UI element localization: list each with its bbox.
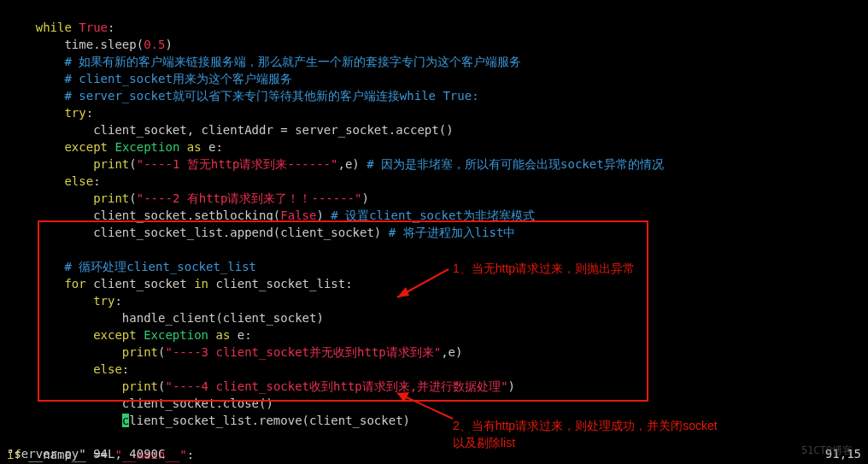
code-block: while True: time.sleep(0.5) # 如果有新的客户端来链… [0,0,868,464]
code-line: time.sleep(0.5) [7,38,173,51]
code-line: # client_socket用来为这个客户端服务 [7,72,292,85]
code-line: try: [7,294,122,308]
code-line: # server_socket就可以省下来专门等待其他新的客户端连接while … [7,89,479,103]
watermark: 51CTO博客 [801,442,853,459]
code-line: client_socket.setblocking(False) # 设置cli… [7,209,535,222]
code-line: try: [7,106,93,120]
code-line: else: [7,362,129,376]
code-line: except Exception as e: [7,328,252,342]
code-line: client_socket_list.append(client_socket)… [7,226,515,239]
code-line: client_socket, clientAddr = server_socke… [7,123,454,137]
code-line: for client_socket in client_socket_list: [7,277,353,291]
vim-status-filename: "server.py" 94L, 4090C [7,445,165,462]
code-line [7,243,14,256]
code-line: client_socket.close() [7,396,273,410]
code-line: print("----2 有http请求到来了！！------") [7,191,369,205]
code-line: else: [7,174,101,188]
annotation-text-2: 2、当有http请求过来，则处理成功，并关闭socket 以及剔除list [453,417,718,451]
code-line: handle_client(client_socket) [7,311,324,325]
code-line: print("----4 client_socket收到http请求到来,并进行… [7,379,515,393]
code-line: print("----3 client_socket并无收到http请求到来",… [7,345,462,359]
code-line [7,431,14,444]
code-line: except Exception as e: [7,140,223,154]
code-line: while True: [7,21,114,34]
code-line: client_socket_list.remove(client_socket) [7,414,410,427]
code-line: print("----1 暂无http请求到来------",e) # 因为是非… [7,157,664,171]
code-line: # 循环处理client_socket_list [7,260,256,273]
annotation-text-1: 1、当无http请求过来，则抛出异常 [453,260,635,277]
code-line: # 如果有新的客户端来链接服务端，那么就产生一个新的套接字专门为这个客户端服务 [7,55,521,68]
